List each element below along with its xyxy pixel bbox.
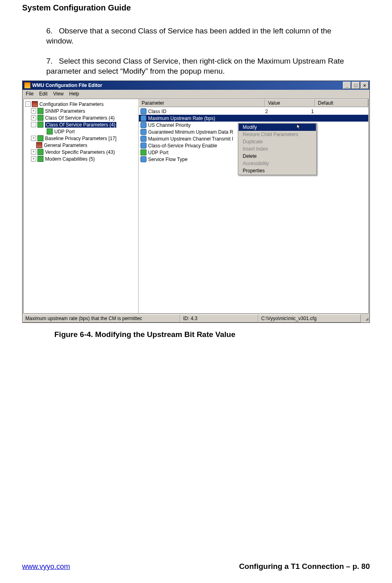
param-icon — [37, 156, 43, 162]
ctx-modify[interactable]: Modify — [239, 124, 316, 131]
statusbar: Maximum upstream rate (bps) that the CM … — [23, 314, 369, 323]
tree-label: Baseline Privacy Parameters [17] — [45, 136, 116, 141]
figure-caption: Figure 6-4. Modifying the Upstream Bit R… — [54, 330, 235, 339]
ctx-accessibility: Accessibility — [239, 160, 316, 167]
cell-param: US Channel Priority — [148, 122, 190, 128]
ctx-label: Restore Child Parameters — [243, 132, 298, 137]
status-id: ID: 4.3 — [180, 314, 258, 323]
header-default[interactable]: Default — [315, 99, 368, 107]
param-icon — [140, 129, 146, 135]
tree-root-label: Configuration File Parameters — [39, 101, 103, 107]
tree-item-udp-port[interactable]: UDP Port — [25, 128, 137, 135]
tree-item-snmp[interactable]: + SNMP Parameters — [25, 108, 137, 114]
footer-page-info: Configuring a T1 Connection – p. 80 — [239, 562, 370, 571]
collapse-icon[interactable]: - — [31, 122, 36, 127]
tree-item-cos-2[interactable]: - Class Of Service Parameters (4) — [25, 121, 137, 128]
tree-label: UDP Port — [54, 129, 74, 134]
step-6: 6. Observe that a second Class of Servic… — [46, 26, 352, 46]
tree-label: Vendor Specific Parameters (43) — [45, 149, 115, 155]
footer-url[interactable]: www.vyyo.com — [22, 562, 70, 571]
list-row-class-id[interactable]: Class ID 2 1 — [139, 108, 368, 115]
tree-item-general[interactable]: General Parameters — [25, 142, 137, 149]
param-icon — [140, 115, 146, 121]
ctx-label: Modify — [243, 124, 257, 130]
step-6-text: Observe that a second Class of Service h… — [46, 27, 331, 45]
folder-icon — [32, 101, 38, 107]
header-value[interactable]: Value — [265, 99, 315, 107]
param-icon — [140, 149, 146, 155]
menu-edit[interactable]: Edit — [39, 91, 47, 97]
list-header: Parameter Value Default — [139, 99, 368, 107]
menu-view[interactable]: View — [53, 91, 64, 97]
param-icon — [37, 108, 43, 114]
menubar: File Edit View Help — [23, 90, 369, 98]
tree-pane[interactable]: - Configuration File Parameters + SNMP P… — [24, 99, 139, 313]
menu-help[interactable]: Help — [69, 91, 79, 97]
client-area: - Configuration File Parameters + SNMP P… — [23, 99, 369, 314]
collapse-icon[interactable]: - — [25, 101, 31, 107]
list-body[interactable]: Class ID 2 1 Maximum Upstream Rate (bps)… — [139, 107, 368, 313]
param-icon — [37, 135, 43, 141]
list-pane: Parameter Value Default Class ID 2 1 Max… — [139, 99, 368, 313]
app-icon — [24, 82, 31, 89]
ctx-insert-index: Insert Index — [239, 145, 316, 153]
expand-icon[interactable]: + — [31, 156, 36, 161]
param-icon — [37, 122, 43, 128]
ctx-properties[interactable]: Properties — [239, 167, 316, 174]
param-icon — [140, 156, 146, 162]
list-row-max-upstream[interactable]: Maximum Upstream Rate (bps) — [139, 115, 368, 122]
tree-label: Class Of Service Parameters (4) — [45, 115, 115, 121]
ctx-delete[interactable]: Delete — [239, 153, 316, 160]
status-path: C:\Vyyo\mic\mic_v301.cfg — [258, 314, 361, 323]
expand-icon[interactable]: + — [31, 108, 36, 114]
expand-icon[interactable]: + — [31, 115, 36, 120]
cell-param: Guaranteed Minimum Upstream Data R — [148, 129, 233, 135]
cell-value: 2 — [264, 109, 309, 114]
tree-item-baseline[interactable]: + Baseline Privacy Parameters [17] — [25, 135, 137, 142]
window-title: WMU Configuration File Editor — [32, 83, 102, 88]
param-icon — [37, 115, 43, 121]
header-parameter[interactable]: Parameter — [139, 99, 265, 107]
close-button[interactable]: × — [361, 82, 369, 89]
folder-icon — [36, 142, 42, 148]
app-window: WMU Configuration File Editor _ □ × File… — [22, 81, 370, 323]
ctx-label: Insert Index — [243, 146, 268, 152]
context-menu: Modify Restore Child Parameters Duplicat… — [238, 123, 317, 175]
step-7: 7. Select this second Class of Service, … — [46, 56, 352, 76]
expand-icon[interactable]: + — [31, 149, 36, 155]
param-icon — [140, 143, 146, 149]
param-icon — [140, 108, 146, 114]
param-icon — [140, 136, 146, 142]
maximize-button[interactable]: □ — [352, 82, 360, 89]
step-7-number: 7. — [46, 56, 57, 66]
cell-param: Service Flow Type — [148, 157, 188, 162]
tree-root[interactable]: - Configuration File Parameters — [25, 101, 137, 108]
mouse-cursor-icon — [296, 124, 302, 131]
step-6-number: 6. — [46, 26, 57, 36]
minimize-button[interactable]: _ — [343, 82, 351, 89]
ctx-label: Delete — [243, 153, 257, 159]
cell-param: Maximum Upstream Rate (bps) — [148, 116, 215, 121]
ctx-restore: Restore Child Parameters — [239, 131, 316, 138]
tree-item-cos-1[interactable]: + Class Of Service Parameters (4) — [25, 114, 137, 121]
ctx-label: Properties — [243, 168, 265, 174]
step-7-text: Select this second Class of Service, the… — [46, 57, 344, 75]
param-icon — [37, 149, 43, 155]
expand-icon[interactable]: + — [31, 136, 36, 141]
cell-param: Maximum Upstream Channel Transmit I — [148, 136, 233, 142]
page-header: System Configuration Guide — [22, 3, 131, 12]
param-icon — [140, 122, 146, 128]
tree-label: Class Of Service Parameters (4) — [45, 122, 116, 128]
tree-item-modem[interactable]: + Modem Capabilities (5) — [25, 155, 137, 162]
titlebar[interactable]: WMU Configuration File Editor _ □ × — [23, 81, 369, 90]
tree-label: SNMP Parameters — [45, 108, 85, 114]
ctx-duplicate: Duplicate — [239, 138, 316, 145]
ctx-label: Accessibility — [243, 161, 269, 166]
cell-default: 1 — [309, 109, 368, 114]
resize-grip-icon[interactable]: ◢ — [361, 316, 369, 322]
cell-param: Class-of-Service Privacy Enable — [148, 143, 217, 149]
tree-item-vendor[interactable]: + Vendor Specific Parameters (43) — [25, 149, 137, 155]
tree-label: Modem Capabilities (5) — [45, 156, 95, 162]
menu-file[interactable]: File — [26, 91, 33, 97]
cell-param: UDP Port — [148, 150, 168, 155]
